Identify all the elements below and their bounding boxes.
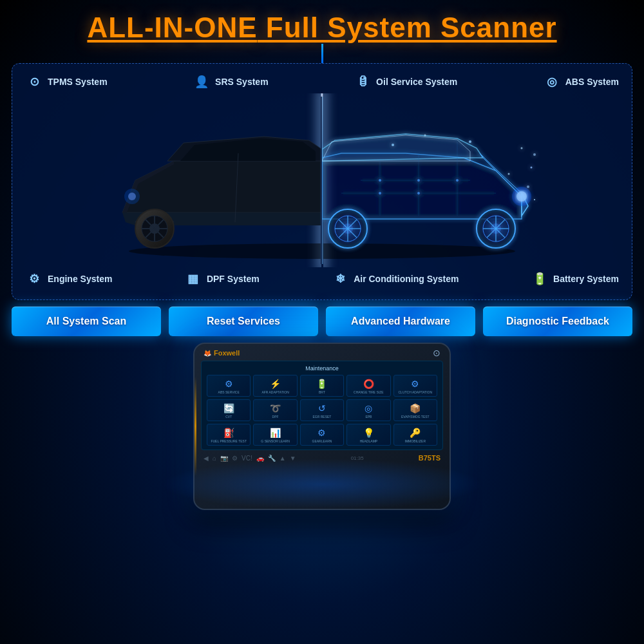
tile-immo-icon: 🔑 <box>410 428 421 438</box>
system-srs: 👤 SRS System <box>193 73 268 91</box>
battery-label: Battery System <box>553 274 619 284</box>
foxwell-logo: Foxwell <box>204 349 240 357</box>
tile-egr-label: EGR RESET <box>313 415 332 419</box>
tile-gear-icon: ⚙ <box>317 428 326 438</box>
systems-top-row: ⊙ TPMS System 👤 SRS System 🛢 Oil Service… <box>25 73 619 91</box>
tile-cvt-label: CVT <box>225 415 232 419</box>
system-dpf: ▦ DPF System <box>184 270 260 288</box>
svg-point-50 <box>521 147 523 149</box>
car-visual-area <box>25 93 619 267</box>
abs-icon: ◎ <box>543 73 561 91</box>
scanner-panel: ⊙ TPMS System 👤 SRS System 🛢 Oil Service… <box>12 63 632 300</box>
reset-services-button[interactable]: Reset Services <box>169 307 318 336</box>
tile-abs-icon: ⚙ <box>225 379 233 389</box>
tile-clutch[interactable]: ⚙ CLUTCH ADAPTATION <box>393 375 437 397</box>
svg-point-46 <box>527 185 529 188</box>
foxwell-brand: Foxwell <box>214 349 240 357</box>
tpms-label: TPMS System <box>48 77 108 87</box>
diagnostic-feedback-button[interactable]: Diagnostic Feedback <box>483 307 632 336</box>
tile-afr-label: AFR ADAPTATION <box>261 390 289 394</box>
screen-grid: ⚙ ABS SERVICE ⚡ AFR ADAPTATION 🔋 BRT ⭕ C… <box>207 375 437 446</box>
tile-cvt[interactable]: 🔄 CVT <box>207 399 251 421</box>
engine-label: Engine System <box>48 274 112 284</box>
svg-point-21 <box>379 179 381 182</box>
svg-point-47 <box>534 199 535 200</box>
tile-fuel[interactable]: ⛽ FUEL PRESSURE TEST <box>207 424 251 446</box>
tile-epb[interactable]: ◎ EPB <box>346 399 390 421</box>
tile-clutch-label: CLUTCH ADAPTATION <box>398 390 432 394</box>
svg-point-44 <box>469 140 471 143</box>
all-system-scan-button[interactable]: All System Scan <box>12 307 161 336</box>
tile-tire[interactable]: ⭕ CHANGE TIRE SIZE <box>346 375 390 397</box>
svg-point-25 <box>417 192 420 194</box>
svg-point-49 <box>533 153 536 156</box>
tile-abs[interactable]: ⚙ ABS SERVICE <box>207 375 251 397</box>
tile-dpf[interactable]: ➰ DPF <box>253 399 297 421</box>
title-highlight: ALL-IN-ONE <box>87 12 257 43</box>
systems-bottom-row: ⚙ Engine System ▦ DPF System ❄ Air Condi… <box>25 270 619 288</box>
car-svg <box>71 97 573 264</box>
screen-title: Maintenance <box>207 365 437 372</box>
system-abs: ◎ ABS System <box>543 73 619 91</box>
air-icon: ❄ <box>331 270 349 288</box>
tile-evap-label: EVAP/SMOG TEST <box>401 415 430 419</box>
tile-evap[interactable]: 📦 EVAP/SMOG TEST <box>393 399 437 421</box>
device-top-bar: Foxwell ⊙ <box>194 344 450 359</box>
tile-gear[interactable]: ⚙ GEARLEARN <box>300 424 344 446</box>
tile-clutch-icon: ⚙ <box>411 379 419 389</box>
svg-point-48 <box>531 167 533 169</box>
tile-evap-icon: 📦 <box>410 403 421 413</box>
tile-gsensor-icon: 📊 <box>270 428 281 438</box>
srs-icon: 👤 <box>193 73 211 91</box>
oil-icon: 🛢 <box>354 73 372 91</box>
main-title: ALL-IN-ONE Full System Scanner <box>0 12 644 44</box>
tile-tire-label: CHANGE TIRE SIZE <box>354 390 384 394</box>
advanced-hardware-button[interactable]: Advanced Hardware <box>326 307 475 336</box>
system-engine: ⚙ Engine System <box>25 270 112 288</box>
svg-point-24 <box>379 192 381 194</box>
tile-tire-icon: ⭕ <box>363 379 374 389</box>
title-suffix: Full System Scanner <box>258 12 557 43</box>
tpms-device-icon: ⊙ <box>433 348 440 358</box>
tile-headlamp-icon: 💡 <box>363 428 374 438</box>
engine-icon: ⚙ <box>25 270 43 288</box>
tile-gsensor-label: G SENSOR LEARN <box>261 439 289 443</box>
tile-fuel-icon: ⛽ <box>223 428 234 438</box>
tpms-icon: ⊙ <box>25 73 43 91</box>
dpf-icon: ▦ <box>184 270 202 288</box>
system-battery: 🔋 Battery System <box>531 270 619 288</box>
svg-point-42 <box>392 144 394 146</box>
svg-point-43 <box>424 135 426 137</box>
title-section: ALL-IN-ONE Full System Scanner <box>0 0 644 63</box>
tile-abs-label: ABS SERVICE <box>218 390 240 394</box>
tile-afr[interactable]: ⚡ AFR ADAPTATION <box>253 375 297 397</box>
tile-headlamp[interactable]: 💡 HEADLAMP <box>346 424 390 446</box>
tile-headlamp-label: HEADLAMP <box>360 439 378 443</box>
dpf-label: DPF System <box>207 274 260 284</box>
tile-egr-icon: ↺ <box>318 403 326 413</box>
air-label: Air Conditioning System <box>354 274 459 284</box>
abs-label: ABS System <box>565 77 619 87</box>
tile-epb-icon: ◎ <box>365 403 372 413</box>
tile-gsensor[interactable]: 📊 G SENSOR LEARN <box>253 424 297 446</box>
system-air: ❄ Air Conditioning System <box>331 270 459 288</box>
battery-icon: 🔋 <box>531 270 549 288</box>
svg-point-23 <box>456 179 459 182</box>
svg-point-45 <box>508 173 510 175</box>
srs-label: SRS System <box>215 77 268 87</box>
tile-immo[interactable]: 🔑 IMMOBILIZER <box>393 424 437 446</box>
tile-gear-label: GEARLEARN <box>312 439 332 443</box>
svg-point-22 <box>417 179 420 182</box>
system-oil: 🛢 Oil Service System <box>354 73 457 91</box>
feature-buttons-row: All System Scan Reset Services Advanced … <box>12 307 632 336</box>
tile-immo-label: IMMOBILIZER <box>405 439 426 443</box>
tile-cvt-icon: 🔄 <box>223 403 234 413</box>
tile-brt-icon: 🔋 <box>316 379 327 389</box>
tile-brt-label: BRT <box>319 390 325 394</box>
device-screen: Maintenance ⚙ ABS SERVICE ⚡ AFR ADAPTATI… <box>201 361 443 450</box>
device-section: Foxwell ⊙ Maintenance ⚙ ABS SERVICE ⚡ AF… <box>0 343 644 510</box>
tile-brt[interactable]: 🔋 BRT <box>300 375 344 397</box>
oil-label: Oil Service System <box>376 77 457 87</box>
title-underline <box>321 44 323 63</box>
tile-egr[interactable]: ↺ EGR RESET <box>300 399 344 421</box>
